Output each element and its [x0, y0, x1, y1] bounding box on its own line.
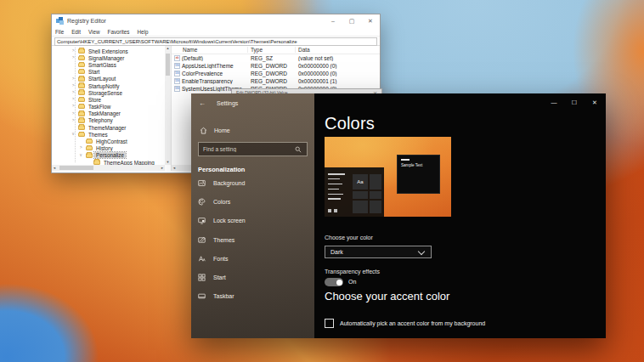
tree-expander-icon[interactable]: >	[72, 84, 78, 88]
search-input[interactable]	[199, 145, 295, 153]
tree-item[interactable]: ThemeManager	[52, 124, 171, 131]
tree-item-label[interactable]: StorageSense	[87, 90, 124, 96]
tree-item-label[interactable]: HighContrast	[94, 139, 129, 144]
tree-expander-icon[interactable]: >	[72, 77, 78, 82]
tree-expander-icon[interactable]: >	[72, 91, 78, 95]
column-header-data[interactable]: Data	[296, 47, 380, 53]
tree-item[interactable]: > StorageSense	[52, 89, 171, 96]
sidebar-item-themes[interactable]: Themes	[191, 230, 314, 249]
registry-maximize-button[interactable]: ▢	[342, 14, 361, 27]
registry-value-row[interactable]: 110 ColorPrevalence REG_DWORD 0x00000000…	[172, 70, 380, 77]
color-mode-dropdown[interactable]: Dark	[325, 246, 432, 258]
registry-key-tree[interactable]: > Shell Extensions > SignalManager Sma	[52, 46, 172, 171]
registry-minimize-button[interactable]: –	[324, 14, 342, 27]
tree-expander-icon[interactable]: >	[72, 56, 78, 60]
tree-item-label[interactable]: TaskFlow	[87, 104, 112, 110]
sidebar-item-background[interactable]: Background	[191, 173, 314, 192]
registry-menu-item[interactable]: View	[88, 29, 100, 35]
settings-maximize-button[interactable]: ☐	[564, 96, 585, 109]
sidebar-item-label[interactable]: Taskbar	[213, 293, 234, 299]
scroll-left-icon[interactable]: ◄	[172, 166, 177, 171]
registry-menu-item[interactable]: Favorites	[108, 29, 130, 35]
registry-menu-item[interactable]: Help	[137, 29, 148, 35]
transparency-toggle[interactable]	[325, 278, 343, 286]
tree-vertical-scrollbar[interactable]: ▲ ▼	[165, 46, 171, 165]
tree-hscroll-thumb[interactable]	[59, 166, 93, 170]
settings-minimize-button[interactable]: —	[544, 96, 564, 109]
tree-expander-icon[interactable]: v	[72, 133, 78, 137]
tree-expander-icon[interactable]: >	[72, 112, 78, 116]
sidebar-item-label[interactable]: Themes	[213, 237, 234, 243]
tree-item-label[interactable]: Telephony	[87, 117, 115, 123]
sidebar-item-taskbar[interactable]: Taskbar	[191, 287, 314, 306]
scroll-down-icon[interactable]: ▼	[166, 160, 171, 165]
column-header-type[interactable]: Type	[248, 47, 296, 53]
sidebar-item-fonts[interactable]: Fonts	[191, 249, 314, 268]
registry-value-row[interactable]: ab (Default) REG_SZ (value not set)	[172, 54, 380, 62]
tree-expander-icon[interactable]: >	[72, 49, 78, 54]
tree-item-label[interactable]: Personalize	[94, 152, 126, 158]
sidebar-item-label[interactable]: Fonts	[213, 256, 229, 262]
tree-expander-icon[interactable]: v	[80, 154, 86, 158]
tree-item[interactable]: > TaskManager	[52, 110, 171, 117]
back-arrow-icon[interactable]: ←	[199, 99, 206, 107]
tree-item-label[interactable]: SignalManager	[87, 55, 126, 61]
registry-close-button[interactable]: ✕	[361, 14, 380, 27]
tree-item-label[interactable]: History	[94, 145, 115, 151]
tree-horizontal-scrollbar[interactable]: ◄ ►	[52, 165, 165, 171]
settings-close-button[interactable]: ✕	[585, 96, 605, 109]
tree-expander-icon[interactable]: >	[72, 119, 78, 123]
scroll-right-icon[interactable]: ►	[160, 166, 165, 171]
tree-item[interactable]: > History	[52, 145, 171, 152]
tree-item[interactable]: HighContrast	[52, 138, 171, 144]
tree-item[interactable]: Start	[52, 69, 171, 76]
tree-item-label[interactable]: Shell Extensions	[87, 48, 130, 54]
tree-item-label[interactable]: Themes	[87, 132, 110, 138]
registry-menu-item[interactable]: Edit	[71, 29, 81, 35]
value-name-cell: 110 EnableTransparency	[172, 78, 248, 84]
tree-expander-icon[interactable]: >	[72, 98, 78, 102]
tree-item-label[interactable]: Start	[87, 69, 101, 75]
sidebar-item-lock-screen[interactable]: Lock screen	[191, 212, 314, 230]
tree-item[interactable]: > TaskFlow	[52, 104, 171, 110]
tree-vscroll-thumb[interactable]	[166, 54, 170, 76]
home-label[interactable]: Home	[214, 127, 230, 133]
tree-item[interactable]: > Telephony	[52, 117, 171, 124]
scroll-left-icon[interactable]: ◄	[52, 166, 57, 171]
tree-expander-icon[interactable]: >	[72, 105, 78, 109]
scroll-up-icon[interactable]: ▲	[166, 46, 171, 51]
preview-menu-squares	[328, 209, 337, 212]
sidebar-item-colors[interactable]: Colors	[191, 192, 314, 211]
tree-expander-icon[interactable]: >	[80, 146, 86, 150]
sidebar-item-label[interactable]: Start	[213, 274, 226, 280]
accent-auto-checkbox[interactable]	[325, 319, 334, 328]
sidebar-item-home[interactable]: Home	[191, 107, 314, 134]
tree-item[interactable]: > StartupNotify	[52, 82, 171, 89]
registry-address-bar[interactable]: Computer\HKEY_CURRENT_USER\SOFTWARE\Micr…	[54, 37, 377, 46]
tree-item-label[interactable]: Store	[87, 97, 103, 103]
tree-item[interactable]: > SignalManager	[52, 54, 171, 61]
sidebar-item-label[interactable]: Background	[213, 180, 245, 186]
tree-item-label[interactable]: StartupNotify	[87, 83, 121, 89]
registry-menu-item[interactable]: File	[55, 29, 64, 35]
tree-item-label[interactable]: ThemeManager	[87, 125, 127, 131]
settings-search-box[interactable]	[198, 142, 308, 156]
registry-value-row[interactable]: 110 EnableTransparency REG_DWORD 0x00000…	[172, 77, 380, 85]
registry-titlebar[interactable]: Registry Editor – ▢ ✕	[52, 14, 380, 27]
tree-item-label[interactable]: TaskManager	[87, 110, 122, 116]
tree-item[interactable]: > Shell Extensions	[52, 48, 171, 54]
tree-item-label[interactable]: SmartGlass	[87, 62, 118, 68]
sidebar-item-label[interactable]: Lock screen	[213, 218, 246, 223]
sidebar-item-label[interactable]: Colors	[213, 199, 230, 205]
search-icon[interactable]	[295, 146, 302, 153]
tree-item[interactable]: v Personalize	[52, 152, 171, 159]
tree-item[interactable]: SmartGlass	[52, 61, 171, 68]
column-header-name[interactable]: Name	[172, 47, 248, 53]
tree-item[interactable]: > Store	[52, 96, 171, 103]
registry-value-row[interactable]: 110 AppsUseLightTheme REG_DWORD 0x000000…	[172, 62, 380, 70]
tree-item-label[interactable]: StartLayout	[87, 76, 117, 82]
sidebar-item-start[interactable]: Start	[191, 268, 314, 286]
value-list-header: Name Type Data	[172, 46, 380, 54]
tree-item[interactable]: > StartLayout	[52, 76, 171, 82]
tree-item[interactable]: v Themes	[52, 131, 171, 138]
